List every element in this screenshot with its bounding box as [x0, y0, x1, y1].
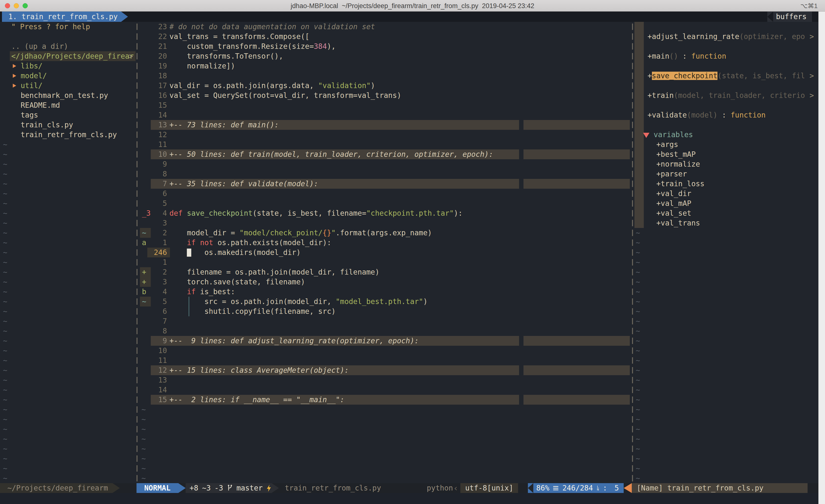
- code-line[interactable]: 8: [140, 326, 632, 336]
- tree-root[interactable]: </jdhao/Projects/deep_firear>: [0, 51, 136, 61]
- branch-name: master: [236, 483, 263, 493]
- tagbar-variable[interactable]: +val_dir: [634, 189, 825, 198]
- code-token: {}: [323, 229, 331, 237]
- tree-item-dir[interactable]: libs/: [0, 61, 136, 71]
- code-line[interactable]: 15: [140, 100, 632, 110]
- line-number: 22: [149, 32, 167, 41]
- code-line[interactable]: 6: [140, 189, 632, 198]
- code-fold-line[interactable]: 13+-- 73 lines: def main():: [140, 120, 632, 130]
- tagbar-variable[interactable]: +normalize: [634, 159, 825, 169]
- tree-item-file[interactable]: train_retr_from_cls.py: [0, 130, 136, 140]
- code-line[interactable]: 22val_trans = transforms.Compose([: [140, 32, 632, 41]
- powerline-arrow-icon: [272, 483, 279, 493]
- tree-item-dir[interactable]: model/: [0, 71, 136, 81]
- code-line[interactable]: 19 normalize]): [140, 61, 632, 71]
- code-fold-line[interactable]: 7+-- 35 lines: def validate(model):: [140, 179, 632, 189]
- code-line[interactable]: 3: [140, 218, 632, 228]
- tagbar-variable[interactable]: +best_mAP: [634, 150, 825, 159]
- code-line[interactable]: ~5 src = os.path.join(model_dir, "model_…: [140, 297, 632, 307]
- code-token: not: [200, 239, 213, 247]
- tagbar-tag-adjust_learning_rate[interactable]: +adjust_learning_rate(optimizer, epo>: [634, 32, 825, 41]
- code-text: src = os.path.join(model_dir, "model_bes…: [169, 297, 428, 307]
- code-line[interactable]: 246 os.makedirs(model_dir): [140, 248, 632, 257]
- window-shortcut-badge: ⌥⌘1: [801, 2, 818, 10]
- code-line[interactable]: 7: [140, 316, 632, 326]
- code-line[interactable]: 11: [140, 140, 632, 150]
- empty-line-tilde: ~: [0, 257, 136, 267]
- code-fold-line[interactable]: 9+-- 9 lines: def adjust_learning_rate(o…: [140, 336, 632, 346]
- line-number: 15: [149, 395, 167, 405]
- tagbar-tag-main[interactable]: +main() : function: [634, 51, 825, 61]
- empty-line-tilde: ~: [0, 355, 136, 365]
- code-line[interactable]: 18: [140, 71, 632, 81]
- code-text: if is_best:: [169, 287, 235, 297]
- tag-name: adjust_learning_rate: [652, 32, 739, 41]
- code-line[interactable]: 11: [140, 355, 632, 365]
- tagbar-variable[interactable]: +val_set: [634, 208, 825, 218]
- tagbar-variable[interactable]: +train_loss: [634, 179, 825, 189]
- scroll-percent: 86%: [536, 483, 549, 493]
- window-separator[interactable]: [137, 22, 138, 483]
- tree-up-dir[interactable]: .. (up a dir): [0, 41, 136, 51]
- tab-current-buffer[interactable]: 1. train_retr_from_cls.py: [2, 11, 121, 22]
- code-line[interactable]: 16val_set = QuerySet(root=val_dir, trans…: [140, 91, 632, 100]
- code-line[interactable]: ~2 model_dir = "model/check_point/{}".fo…: [140, 228, 632, 238]
- tree-item-file[interactable]: benchmark_on_test.py: [0, 91, 136, 100]
- code-line[interactable]: 23# do not do data augmentation on valid…: [140, 22, 632, 32]
- tagbar-tag-train[interactable]: +train(model, train_loader, criterio>: [634, 91, 825, 100]
- tagbar-variable[interactable]: +args: [634, 140, 825, 150]
- empty-line-tilde: ~: [634, 434, 825, 444]
- code-line[interactable]: 1: [140, 257, 632, 267]
- code-line[interactable]: _34def save_checkpoint(state, is_best, f…: [140, 208, 632, 218]
- code-line[interactable]: 21 custom_transform.Resize(size=384),: [140, 41, 632, 51]
- code-line[interactable]: b4 if is_best:: [140, 287, 632, 297]
- tree-item-file[interactable]: README.md: [0, 100, 136, 110]
- code-token: ": [331, 229, 335, 237]
- tag-name: best_mAP: [661, 150, 696, 159]
- code-line[interactable]: 12: [140, 130, 632, 140]
- code-fold-line[interactable]: 15+-- 2 lines: if __name__ == "__main__"…: [140, 395, 632, 405]
- code-line[interactable]: 5: [140, 198, 632, 208]
- tree-item-dir[interactable]: util/: [0, 81, 136, 91]
- empty-line-tilde: ~: [0, 454, 136, 464]
- code-line[interactable]: 17val_dir = os.path.join(args.data, "val…: [140, 81, 632, 91]
- code-text: val_trans = transforms.Compose([: [169, 32, 309, 41]
- line-number: 4: [149, 287, 167, 297]
- tagbar-section-variables[interactable]: variables: [634, 130, 825, 140]
- code-line[interactable]: 10: [140, 346, 632, 355]
- code-line[interactable]: 8: [140, 169, 632, 179]
- code-line[interactable]: 14: [140, 110, 632, 120]
- hunk-removed: -3: [214, 483, 223, 493]
- empty-line-tilde: ~: [634, 405, 825, 414]
- code-fold-line[interactable]: 12+-- 15 lines: class AverageMeter(objec…: [140, 365, 632, 375]
- tree-item-file[interactable]: train_cls.py: [0, 120, 136, 130]
- code-line[interactable]: 20 transforms.ToTensor(),: [140, 51, 632, 61]
- code-text: if not os.path.exists(model_dir):: [169, 238, 331, 248]
- scrollbar[interactable]: [818, 11, 825, 504]
- code-fold-line[interactable]: 10+-- 50 lines: def train(model, train_l…: [140, 150, 632, 159]
- mode-indicator: NORMAL: [137, 483, 178, 493]
- tagbar-tag-validate[interactable]: +validate(model) : function: [634, 110, 825, 120]
- tagbar-variable[interactable]: +parser: [634, 169, 825, 179]
- tagbar-panel: +adjust_learning_rate(optimizer, epo>+ma…: [634, 22, 825, 483]
- code-line[interactable]: +3 torch.save(state, filename): [140, 277, 632, 287]
- truncation-icon: >: [810, 32, 814, 41]
- code-line[interactable]: 14: [140, 385, 632, 395]
- tagbar-variable[interactable]: +val_mAP: [634, 198, 825, 208]
- line-number: 7: [149, 316, 167, 326]
- tree-item-file[interactable]: tags: [0, 110, 136, 120]
- code-line[interactable]: a1 if not os.path.exists(model_dir):: [140, 238, 632, 248]
- tagbar-variable[interactable]: +val_trans: [634, 218, 825, 228]
- tag-name: parser: [661, 170, 687, 178]
- code-token: "model_best.pth.tar": [335, 298, 423, 306]
- statusline-position-segment: 86% 246/284 LN : 5: [528, 483, 624, 493]
- empty-line-tilde: ~: [0, 169, 136, 179]
- command-line[interactable]: [0, 493, 825, 504]
- window-separator[interactable]: [632, 22, 633, 483]
- code-line[interactable]: 9: [140, 159, 632, 169]
- code-line[interactable]: 6 shutil.copyfile(filename, src): [140, 307, 632, 316]
- tagbar-tag-save_checkpoint[interactable]: +save_checkpoint(state, is_best, fil>: [634, 71, 825, 81]
- empty-line-tilde: ~: [0, 346, 136, 355]
- code-line[interactable]: +2 filename = os.path.join(model_dir, fi…: [140, 267, 632, 277]
- code-line[interactable]: 13: [140, 375, 632, 385]
